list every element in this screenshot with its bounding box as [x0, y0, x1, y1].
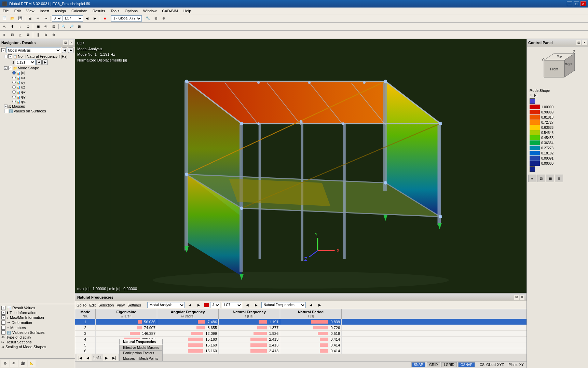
freq-combo[interactable]: 1.191 — [15, 59, 36, 65]
nav-prev-btn[interactable]: ◀ — [62, 47, 67, 53]
nav-foot-4[interactable]: 📐 — [28, 360, 36, 367]
scaling-item[interactable]: ⇔ Scaling of Mode Shapes — [1, 344, 73, 349]
result-sections-item[interactable]: ✂ Result Sections — [1, 340, 73, 344]
t2-7[interactable]: ⊡ — [50, 23, 57, 30]
rp-close-btn[interactable]: ✕ — [582, 40, 587, 45]
t3-7[interactable]: ⊕ — [50, 31, 57, 38]
bottom-modal-combo[interactable]: Modal Analysis — [147, 302, 185, 308]
tab-effective-modal-masses[interactable]: Effective Modal Masses — [119, 345, 163, 350]
u-abs-row[interactable]: 📊 |u| — [0, 70, 75, 75]
view-btn[interactable]: View — [117, 303, 125, 307]
display-btn[interactable]: 🔧 — [144, 15, 152, 22]
settings-btn[interactable]: Settings — [127, 303, 141, 307]
bottom-ae-combo[interactable]: AE — [210, 302, 220, 308]
nav-float-btn[interactable]: ◱ — [63, 40, 68, 45]
t2-9[interactable]: 🔎 — [68, 23, 75, 30]
ux-row[interactable]: 📊 ux — [0, 75, 75, 80]
deformation-item[interactable]: 〜 Deformation — [1, 320, 73, 325]
u-abs-radio[interactable] — [12, 71, 16, 74]
t2-10[interactable]: ⊞ — [76, 23, 83, 30]
maximize-btn[interactable]: □ — [574, 1, 579, 6]
t2-5[interactable]: ▣ — [34, 23, 42, 30]
rv-checkbox[interactable] — [1, 306, 5, 310]
bottom-next-btn[interactable]: ▶ — [195, 302, 203, 309]
menu-item-window[interactable]: Window — [140, 8, 159, 14]
menu-item-cad-bim[interactable]: CAD-BIM — [159, 8, 180, 14]
table-row[interactable]: 2 74.907 8.655 1.377 0.726 — [75, 325, 527, 331]
menu-item-results[interactable]: Results — [90, 8, 108, 14]
values-surfaces-checkbox[interactable] — [4, 109, 8, 113]
rp-t2[interactable]: ⊡ — [537, 175, 545, 182]
grid-btn-status[interactable]: GRID — [427, 362, 440, 367]
gxyz-combo[interactable]: 1 - Global XYZ — [111, 15, 142, 22]
tab-natural-frequencies[interactable]: Natural Frequencies — [119, 339, 163, 345]
title-info-item[interactable]: ℹ Title Information — [1, 310, 73, 315]
page-prev[interactable]: ◀ — [84, 354, 92, 361]
lgrid-btn-status[interactable]: LGRID — [441, 362, 457, 367]
nat-freq-checkbox[interactable] — [8, 54, 12, 58]
mm-checkbox[interactable] — [1, 315, 5, 319]
modal-analysis-select[interactable]: Modal Analysis — [6, 47, 61, 53]
nav-close-btn[interactable]: ✕ — [69, 40, 73, 45]
t3-3[interactable]: △ — [16, 31, 24, 38]
page-next[interactable]: ▶ — [103, 354, 110, 361]
window-controls[interactable]: ─ □ ✕ — [567, 1, 586, 6]
t2-3[interactable]: ↕ — [16, 23, 24, 30]
maxmin-info-item[interactable]: ↕ Max/Min Information — [1, 315, 73, 320]
print-btn[interactable]: 🖨 — [26, 15, 34, 22]
table-row[interactable]: 3 146.387 12.099 1.926 0.519 — [75, 331, 527, 337]
rp-float-btn[interactable]: ◱ — [576, 40, 581, 45]
modal-analysis-row[interactable]: Modal Analysis ◀ ▶ — [0, 46, 75, 54]
viewport-3d[interactable]: LC7 Modal Analysis Mode No. 1 - 1.191 Hz… — [75, 39, 527, 293]
t3-5[interactable]: ∥ — [34, 31, 42, 38]
t2-2[interactable]: ✱ — [9, 23, 16, 30]
t3-6[interactable]: ⊗ — [42, 31, 50, 38]
phiz-radio[interactable] — [12, 100, 16, 103]
bottom-nf-prev[interactable]: ◀ — [307, 302, 315, 309]
menu-item-tools[interactable]: Tools — [108, 8, 122, 14]
t3-1[interactable]: ≡ — [1, 31, 8, 38]
save-btn[interactable]: 💾 — [16, 15, 24, 22]
lc-combo[interactable]: LC7 — [63, 15, 83, 22]
page-last[interactable]: ▶| — [110, 354, 118, 361]
nav-foot-3[interactable]: 🎥 — [19, 360, 27, 367]
vs2-checkbox[interactable] — [1, 330, 5, 335]
phiy-row[interactable]: 📊 φy — [0, 94, 75, 99]
bottom-lc-prev[interactable]: ◀ — [244, 302, 251, 309]
phix-row[interactable]: 📊 φx — [0, 90, 75, 94]
freq-prev[interactable]: ◀ — [36, 59, 42, 65]
snap-btn[interactable]: ⊕ — [160, 15, 167, 22]
rp-t4[interactable]: ⊞ — [555, 175, 563, 182]
rp-t3[interactable]: ▦ — [546, 175, 554, 182]
undo-btn[interactable]: ↩ — [34, 15, 42, 22]
tab-masses-in-mesh-points[interactable]: Masses in Mesh Points — [119, 356, 163, 361]
t3-2[interactable]: ⊡ — [9, 31, 16, 38]
uz-radio[interactable] — [12, 85, 16, 89]
page-first[interactable]: |◀ — [77, 354, 84, 361]
modal-analysis-checkbox[interactable] — [1, 48, 5, 52]
expand-nat-freq[interactable]: - — [4, 55, 8, 58]
rp-cube[interactable]: Front Right Top Y X — [537, 50, 578, 84]
redo-btn[interactable]: ↪ — [42, 15, 50, 22]
phiy-radio[interactable] — [12, 95, 16, 98]
new-btn[interactable]: 📄 — [1, 15, 8, 22]
ti-checkbox[interactable] — [1, 311, 5, 315]
values-surfaces-row[interactable]: 🔢 Values on Surfaces — [0, 109, 75, 113]
osnap-btn-status[interactable]: OSNAP — [458, 362, 475, 367]
uz-row[interactable]: 📊 uz — [0, 85, 75, 90]
calc-btn[interactable]: ■ — [101, 15, 109, 22]
mode-shape-row[interactable]: - 📁 Mode Shape — [0, 66, 75, 70]
nav-next-btn[interactable]: ▶ — [68, 47, 73, 53]
mode-shape-checkbox[interactable] — [8, 66, 12, 70]
bottom-header-controls[interactable]: ◱ ✕ — [514, 295, 524, 300]
def-checkbox[interactable] — [1, 321, 5, 325]
uy-radio[interactable] — [12, 81, 16, 84]
freq-next[interactable]: ▶ — [42, 59, 48, 65]
expand-masses[interactable]: + — [4, 105, 8, 108]
bottom-lc-next[interactable]: ▶ — [252, 302, 260, 309]
bottom-prev-btn[interactable]: ◀ — [186, 302, 194, 309]
bottom-float-btn[interactable]: ◱ — [514, 295, 519, 300]
values-surfaces-item2[interactable]: 🔢 Values on Surfaces — [1, 330, 73, 335]
prev-btn[interactable]: ◀ — [83, 15, 91, 22]
bottom-lc-combo[interactable]: LC7 — [222, 302, 242, 308]
